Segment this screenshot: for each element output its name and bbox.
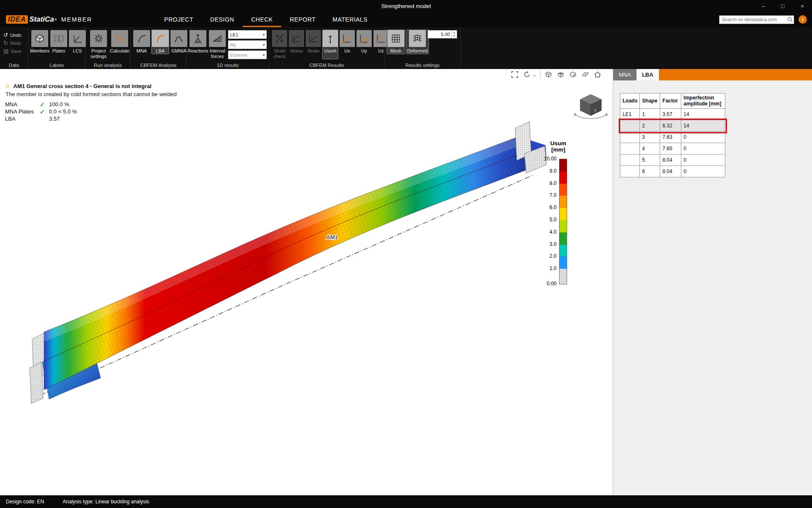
gmnia-button[interactable]: GMNIA [170, 30, 188, 54]
tab-project[interactable]: PROJECT [156, 12, 202, 27]
close-button[interactable]: × [793, 0, 812, 12]
maximize-button[interactable]: □ [773, 0, 793, 12]
reactions-button[interactable]: Reactions [189, 30, 207, 59]
undeformed-axis-line [41, 175, 534, 395]
ribbon-group-labels: Members Plates LCS Labels [28, 27, 85, 69]
spin-up-icon[interactable]: ▲ [453, 31, 455, 34]
mesh-icon [390, 33, 401, 44]
view-cube[interactable]: x [572, 90, 610, 125]
ribbon-group-run-analysis: Project settings Calculate Run analysis [85, 27, 131, 69]
chevron-down-icon: ▾ [263, 33, 265, 37]
lba-results-table: Loads Shape Factor Imperfection amplitud… [620, 93, 725, 177]
load-effect-dropdown[interactable]: LE1 ▾ [228, 30, 267, 39]
section-cube-icon[interactable] [569, 70, 577, 79]
table-header-row: Loads Shape Factor Imperfection amplitud… [620, 94, 725, 109]
deformed-button[interactable]: Deformed [406, 30, 429, 54]
results-tabs: MNA LBA [613, 69, 812, 80]
strain-icon [308, 33, 319, 44]
save-icon: ▤ [3, 48, 8, 54]
ux-icon [342, 33, 353, 44]
uy-icon [359, 33, 370, 44]
ux-button[interactable]: Ux [339, 30, 355, 59]
uy-button[interactable]: Uy [356, 30, 372, 59]
ribbon-group-data: ↺ Undo ↻ Redo ▤ Save Data [0, 27, 28, 69]
lba-table-body: LE113.571426.321437.63047.65058.04068.04… [620, 109, 725, 177]
lba-button[interactable]: LBA [151, 30, 169, 54]
lcs-button[interactable]: LCS [69, 30, 86, 54]
clipping-plane-icon[interactable] [581, 70, 590, 79]
legend-tick-label: 7.0 [549, 192, 557, 198]
ribbon-group-results-settings: Mesh Deformed 5.00 ▲ ▼ Results settings [384, 27, 461, 69]
deformed-beam [44, 134, 526, 390]
strain-check-button[interactable]: Strain check [272, 30, 288, 59]
spin-down-icon[interactable]: ▼ [453, 34, 455, 38]
save-button[interactable]: ▤ Save [0, 47, 28, 55]
col-loads: Loads [620, 94, 640, 109]
calculate-button[interactable]: Calculate [110, 30, 129, 59]
internal-forces-button[interactable]: Internal forces [208, 30, 227, 59]
ribbon-group-cbfem-results: Strain check Stress Strain Usum Ux Uy [269, 27, 384, 69]
product-name: MEMBER [61, 16, 92, 23]
project-settings-button[interactable]: Project settings [88, 30, 110, 59]
undo-button[interactable]: ↺ Undo [0, 31, 28, 39]
legend-tick-label: 10.00 [544, 156, 557, 162]
tab-report[interactable]: REPORT [281, 12, 324, 27]
tab-design[interactable]: DESIGN [202, 12, 243, 27]
tab-check[interactable]: CHECK [243, 12, 282, 27]
undo-icon: ↺ [3, 32, 8, 38]
idea-logo: IDEA [6, 15, 28, 24]
fit-view-icon[interactable] [510, 70, 519, 79]
mna-icon [136, 33, 147, 44]
legend-tick-label: 8.0 [549, 180, 557, 186]
app-logo: IDEA StatiCa ® MEMBER [6, 15, 92, 24]
table-row[interactable]: 47.650 [620, 143, 725, 155]
home-view-icon[interactable] [593, 70, 602, 79]
window-title: Strengthened model [381, 3, 431, 9]
extreme-dropdown[interactable]: Extreme ▾ [228, 50, 267, 59]
check-icon: ✓ [40, 108, 49, 115]
legend-tick-label: 9.0 [549, 168, 557, 174]
search-input[interactable] [719, 15, 794, 24]
legend-tick-label: 6.0 [549, 204, 557, 210]
reactions-icon [192, 33, 203, 44]
warning-icon: ⚠ [5, 83, 11, 89]
usum-button[interactable]: Usum [322, 30, 338, 59]
table-row[interactable]: 37.630 [620, 132, 725, 143]
stress-icon [291, 33, 302, 44]
component-dropdown[interactable]: My ▾ [228, 40, 267, 49]
redo-button[interactable]: ↻ Redo [0, 39, 28, 47]
table-row[interactable]: 68.040 [620, 166, 725, 177]
tab-mna[interactable]: MNA [613, 69, 636, 80]
ribbon-group-label: Run analysis [85, 63, 130, 68]
mna-button[interactable]: MNA [133, 30, 151, 54]
stress-button[interactable]: Stress [288, 30, 304, 59]
legend-tick-label: 0.00 [547, 281, 557, 287]
help-button[interactable]: i [798, 15, 807, 24]
table-row[interactable]: 58.040 [620, 155, 725, 166]
legend-colorbar [559, 159, 567, 284]
model-viewport[interactable]: AM1 [0, 69, 613, 495]
results-panel: MNA LBA Loads Shape Factor Imperfection … [613, 69, 812, 495]
plates-button[interactable]: Plates [50, 30, 68, 54]
wireframe-cube-icon[interactable] [544, 70, 553, 79]
tab-lba[interactable]: LBA [636, 69, 659, 80]
tab-materials[interactable]: MATERIALS [324, 12, 376, 27]
deformed-scale-input[interactable]: 5.00 ▲ ▼ [428, 30, 457, 39]
solid-cube-icon[interactable] [557, 70, 565, 79]
col-shape: Shape [640, 94, 660, 109]
summary-row: MNA ✓ 100.0 % [5, 101, 177, 108]
result-legend: Usum [mm] 10.009.08.07.06.05.04.03.02.01… [534, 140, 578, 290]
table-row[interactable]: 26.3214 [620, 120, 725, 132]
rotate-view-icon[interactable] [523, 70, 531, 79]
chevron-down-icon[interactable]: ⌄ [533, 72, 536, 77]
lba-icon [155, 33, 166, 44]
table-row[interactable]: LE113.5714 [620, 109, 725, 120]
legend-tick-label: 1.0 [549, 265, 557, 271]
summary-row: LBA 3.57 [5, 115, 177, 122]
minimize-button[interactable]: – [754, 0, 773, 12]
ribbon-group-label: Results settings [384, 63, 461, 68]
mesh-button[interactable]: Mesh [387, 30, 405, 54]
legend-color-segment [560, 245, 567, 257]
strain-button[interactable]: Strain [305, 30, 321, 59]
members-button[interactable]: Members [30, 30, 49, 54]
